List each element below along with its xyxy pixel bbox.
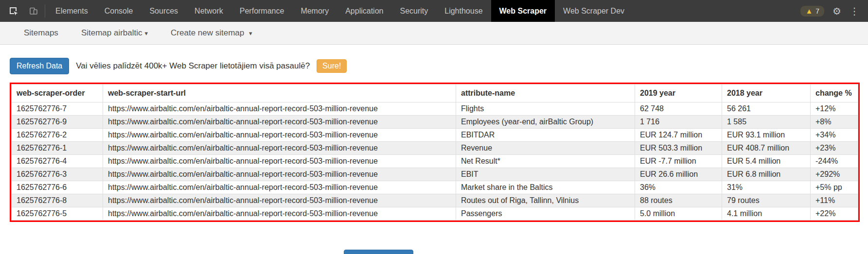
column-header-start-url: web-scraper-start-url xyxy=(103,85,456,102)
device-toolbar-icon[interactable] xyxy=(27,5,40,17)
column-header-attribute-name: attribute-name xyxy=(456,85,635,102)
table-cell: 1625762776-2 xyxy=(12,129,103,142)
table-cell: 1625762776-3 xyxy=(12,168,103,181)
warning-triangle-icon: ▲ xyxy=(805,7,813,15)
table-cell: 1625762776-9 xyxy=(12,116,103,129)
table-cell: +292% xyxy=(811,168,858,181)
devtools-bar: Elements Console Sources Network Perform… xyxy=(0,0,868,22)
tab-lighthouse[interactable]: Lighthouse xyxy=(436,0,491,22)
table-cell: 1625762776-1 xyxy=(12,142,103,155)
table-cell: Passengers xyxy=(456,207,635,220)
table-cell: +5% pp xyxy=(811,181,858,194)
table-cell: +11% xyxy=(811,194,858,207)
tab-sources[interactable]: Sources xyxy=(141,0,186,22)
table-cell: https://www.airbaltic.com/en/airbaltic-a… xyxy=(103,142,456,155)
table-cell: +34% xyxy=(811,129,858,142)
table-cell: 1625762776-8 xyxy=(12,194,103,207)
tab-application[interactable]: Application xyxy=(337,0,391,22)
table-cell: +22% xyxy=(811,207,858,220)
table-cell: https://www.airbaltic.com/en/airbaltic-a… xyxy=(103,168,456,181)
table-cell: EUR 93.1 million xyxy=(722,129,811,142)
table-cell: EUR 503.3 million xyxy=(635,142,722,155)
table-cell: 36% xyxy=(635,181,722,194)
table-cell: 1625762776-7 xyxy=(12,102,103,116)
gear-icon[interactable]: ⚙ xyxy=(833,6,841,16)
highlighted-table-container: web-scraper-order web-scraper-start-url … xyxy=(10,83,860,222)
table-cell: +23% xyxy=(811,142,858,155)
toolbar: Refresh Data Vai vēlies palīdzēt 400k+ W… xyxy=(10,58,868,74)
kebab-menu-icon[interactable]: ⋮ xyxy=(850,6,859,16)
table-row: 1625762776-4https://www.airbaltic.com/en… xyxy=(12,155,858,168)
table-cell: +8% xyxy=(811,116,858,129)
table-cell: EUR -7.7 million xyxy=(635,155,722,168)
inspect-icon[interactable] xyxy=(7,5,20,17)
tab-security[interactable]: Security xyxy=(391,0,436,22)
tab-network[interactable]: Network xyxy=(186,0,231,22)
table-row: 1625762776-6https://www.airbaltic.com/en… xyxy=(12,181,858,194)
table-cell: https://www.airbaltic.com/en/airbaltic-a… xyxy=(103,116,456,129)
column-header-change: change % xyxy=(811,85,858,102)
table-row: 1625762776-8https://www.airbaltic.com/en… xyxy=(12,194,858,207)
table-cell: 5.0 million xyxy=(635,207,722,220)
table-row: 1625762776-5https://www.airbaltic.com/en… xyxy=(12,207,858,220)
nav-item-create-sitemap[interactable]: Create new sitemap ▾ xyxy=(171,28,252,38)
table-cell: https://www.airbaltic.com/en/airbaltic-a… xyxy=(103,102,456,116)
warning-badge[interactable]: ▲ 7 xyxy=(800,6,824,17)
table-cell: Routes out of Riga, Tallinn, Vilnius xyxy=(456,194,635,207)
sure-button[interactable]: Sure! xyxy=(317,59,347,73)
partial-button[interactable] xyxy=(344,250,413,254)
column-header-order: web-scraper-order xyxy=(12,85,103,102)
chevron-down-icon: ▾ xyxy=(249,30,252,37)
toolbar-divider xyxy=(45,4,45,17)
table-cell: 4.1 million xyxy=(722,207,811,220)
table-cell: 56 261 xyxy=(722,102,811,116)
table-cell: 1 585 xyxy=(722,116,811,129)
nav-item-sitemaps[interactable]: Sitemaps xyxy=(24,28,58,38)
table-cell: EUR 26.6 million xyxy=(635,168,722,181)
table-cell: Revenue xyxy=(456,142,635,155)
table-cell: Flights xyxy=(456,102,635,116)
warning-count: 7 xyxy=(815,7,819,15)
table-row: 1625762776-2https://www.airbaltic.com/en… xyxy=(12,129,858,142)
table-cell: 1 716 xyxy=(635,116,722,129)
table-cell: EBIT xyxy=(456,168,635,181)
scraped-data-table: web-scraper-order web-scraper-start-url … xyxy=(11,84,858,220)
tab-memory[interactable]: Memory xyxy=(292,0,337,22)
table-cell: https://www.airbaltic.com/en/airbaltic-a… xyxy=(103,129,456,142)
tab-performance[interactable]: Performance xyxy=(231,0,293,22)
promo-text: Vai vēlies palīdzēt 400k+ Web Scraper li… xyxy=(76,61,310,71)
devtools-left-icons xyxy=(0,0,45,22)
table-cell: +12% xyxy=(811,102,858,116)
table-header-row: web-scraper-order web-scraper-start-url … xyxy=(12,85,858,102)
tab-web-scraper-dev[interactable]: Web Scraper Dev xyxy=(555,0,633,22)
table-row: 1625762776-7https://www.airbaltic.com/en… xyxy=(12,102,858,116)
table-cell: EUR 6.8 million xyxy=(722,168,811,181)
tab-elements[interactable]: Elements xyxy=(47,0,96,22)
table-cell: https://www.airbaltic.com/en/airbaltic-a… xyxy=(103,207,456,220)
table-cell: -244% xyxy=(811,155,858,168)
devtools-tabs: Elements Console Sources Network Perform… xyxy=(47,0,633,22)
table-cell: Employees (year-end, airBaltic Group) xyxy=(456,116,635,129)
table-cell: Market share in the Baltics xyxy=(456,181,635,194)
table-cell: EUR 124.7 million xyxy=(635,129,722,142)
refresh-data-button[interactable]: Refresh Data xyxy=(10,58,69,74)
table-row: 1625762776-9https://www.airbaltic.com/en… xyxy=(12,116,858,129)
column-header-2018-year: 2018 year xyxy=(722,85,811,102)
table-cell: https://www.airbaltic.com/en/airbaltic-a… xyxy=(103,181,456,194)
nav-item-sitemap-dropdown[interactable]: Sitemap airbaltic▾ xyxy=(81,28,148,38)
table-cell: 1625762776-4 xyxy=(12,155,103,168)
table-cell: 88 routes xyxy=(635,194,722,207)
sitemap-dropdown-label: Sitemap airbaltic xyxy=(81,28,142,37)
devtools-right-controls: ▲ 7 ⚙ ⋮ xyxy=(800,0,868,22)
tab-console[interactable]: Console xyxy=(96,0,142,22)
table-cell: 1625762776-6 xyxy=(12,181,103,194)
column-header-2019-year: 2019 year xyxy=(635,85,722,102)
table-cell: EUR 5.4 million xyxy=(722,155,811,168)
table-cell: 62 748 xyxy=(635,102,722,116)
tab-web-scraper[interactable]: Web Scraper xyxy=(491,0,555,22)
table-row: 1625762776-3https://www.airbaltic.com/en… xyxy=(12,168,858,181)
table-cell: 79 routes xyxy=(722,194,811,207)
scraper-nav: Sitemaps Sitemap airbaltic▾ Create new s… xyxy=(0,22,868,45)
table-cell: Net Result* xyxy=(456,155,635,168)
table-body: 1625762776-7https://www.airbaltic.com/en… xyxy=(12,102,858,220)
